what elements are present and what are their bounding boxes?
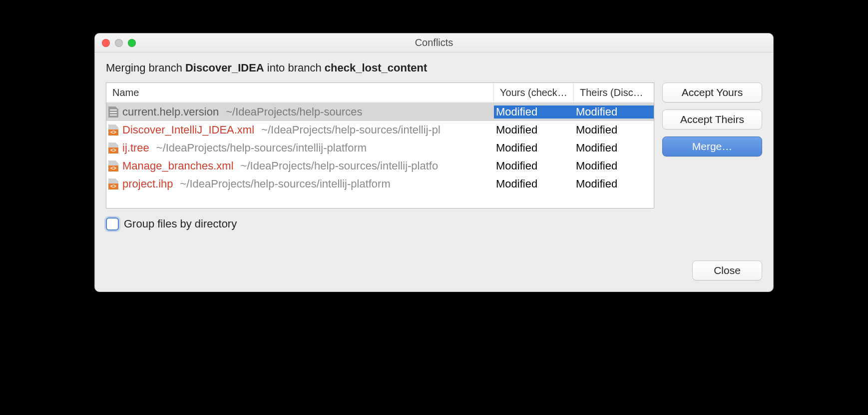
conflicts-table: Name Yours (check_… Theirs (Discov… curr… xyxy=(106,82,654,208)
table-row[interactable]: Discover_IntelliJ_IDEA.xml~/IdeaProjects… xyxy=(106,121,654,139)
cell-name: ij.tree~/IdeaProjects/help-sources/intel… xyxy=(106,142,494,154)
cell-yours: Modified xyxy=(494,124,574,136)
cell-theirs: Modified xyxy=(574,124,654,136)
merge-middle: into branch xyxy=(264,62,325,74)
group-by-directory-checkbox[interactable] xyxy=(106,218,119,230)
table-row[interactable]: Manage_branches.xml~/IdeaProjects/help-s… xyxy=(106,157,654,175)
merge-target-branch: check_lost_content xyxy=(325,62,427,74)
column-header-theirs[interactable]: Theirs (Discov… xyxy=(574,83,654,102)
merge-source-branch: Discover_IDEA xyxy=(185,62,264,74)
table-row[interactable]: project.ihp~/IdeaProjects/help-sources/i… xyxy=(106,175,654,193)
file-path: ~/IdeaProjects/help-sources/intellij-pla… xyxy=(241,160,438,172)
text-file-icon xyxy=(108,106,118,118)
maximize-window-icon[interactable] xyxy=(128,39,136,47)
titlebar[interactable]: Conflicts xyxy=(95,34,773,52)
cell-theirs: Modified xyxy=(574,106,654,118)
file-path: ~/IdeaProjects/help-sources/intellij-pla… xyxy=(180,178,391,190)
table-row[interactable]: ij.tree~/IdeaProjects/help-sources/intel… xyxy=(106,139,654,157)
xml-file-icon xyxy=(108,124,118,136)
cell-yours: Modified xyxy=(494,160,574,172)
file-name: current.help.version xyxy=(122,106,219,118)
cell-theirs: Modified xyxy=(574,142,654,154)
cell-name: Manage_branches.xml~/IdeaProjects/help-s… xyxy=(106,160,494,172)
accept-yours-button[interactable]: Accept Yours xyxy=(662,82,762,102)
minimize-window-icon[interactable] xyxy=(115,39,123,47)
column-header-name[interactable]: Name xyxy=(106,83,494,102)
xml-file-icon xyxy=(108,178,118,190)
xml-file-icon xyxy=(108,160,118,172)
merge-button[interactable]: Merge… xyxy=(662,136,762,156)
conflicts-dialog: Conflicts Merging branch Discover_IDEA i… xyxy=(94,33,774,292)
cell-theirs: Modified xyxy=(574,178,654,190)
table-header: Name Yours (check_… Theirs (Discov… xyxy=(106,83,654,103)
cell-name: Discover_IntelliJ_IDEA.xml~/IdeaProjects… xyxy=(106,124,494,136)
file-path: ~/IdeaProjects/help-sources xyxy=(226,106,362,118)
cell-yours: Modified xyxy=(494,142,574,154)
file-name: Manage_branches.xml xyxy=(122,160,234,172)
merge-message: Merging branch Discover_IDEA into branch… xyxy=(106,62,762,74)
window-controls xyxy=(95,39,136,47)
merge-prefix: Merging branch xyxy=(106,62,185,74)
file-path: ~/IdeaProjects/help-sources/intellij-pla… xyxy=(156,142,367,154)
action-buttons: Accept Yours Accept Theirs Merge… xyxy=(662,82,762,156)
cell-yours: Modified xyxy=(494,178,574,190)
table-row[interactable]: current.help.version~/IdeaProjects/help-… xyxy=(106,103,654,121)
group-by-directory-label: Group files by directory xyxy=(124,218,237,230)
cell-theirs: Modified xyxy=(574,160,654,172)
file-name: ij.tree xyxy=(122,142,149,154)
file-name: Discover_IntelliJ_IDEA.xml xyxy=(122,124,254,136)
cell-yours: Modified xyxy=(494,106,574,118)
accept-theirs-button[interactable]: Accept Theirs xyxy=(662,110,762,130)
close-window-icon[interactable] xyxy=(102,39,110,47)
cell-name: project.ihp~/IdeaProjects/help-sources/i… xyxy=(106,178,494,190)
file-name: project.ihp xyxy=(122,178,173,190)
close-button[interactable]: Close xyxy=(692,260,762,280)
column-header-yours[interactable]: Yours (check_… xyxy=(494,83,574,102)
xml-file-icon xyxy=(108,142,118,154)
file-path: ~/IdeaProjects/help-sources/intellij-pl xyxy=(261,124,440,136)
window-title: Conflicts xyxy=(95,37,773,48)
cell-name: current.help.version~/IdeaProjects/help-… xyxy=(106,106,494,118)
